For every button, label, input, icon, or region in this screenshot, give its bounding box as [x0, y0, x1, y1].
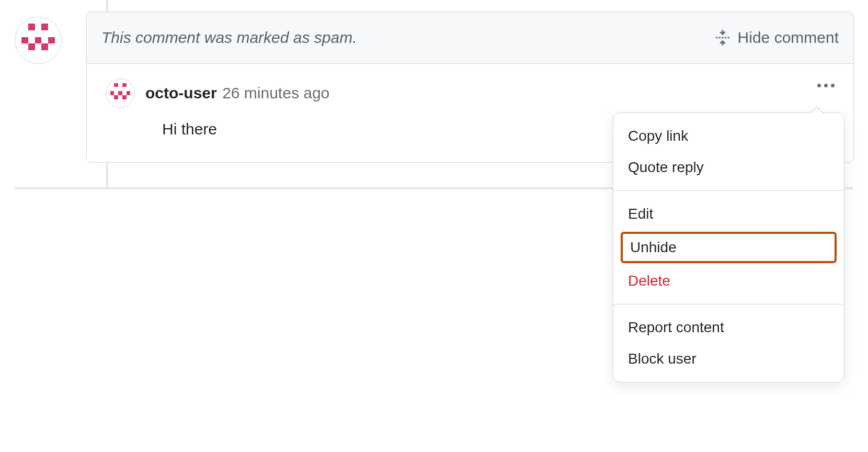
hide-comment-label: Hide comment — [738, 29, 839, 47]
kebab-icon — [817, 84, 821, 87]
kebab-icon — [824, 84, 828, 87]
comment-timestamp[interactable]: 26 minutes ago — [222, 84, 329, 101]
menu-item-copy-link[interactable]: Copy link — [613, 120, 844, 152]
comment-author-link[interactable]: octo-user — [145, 84, 217, 101]
menu-item-edit[interactable]: Edit — [613, 198, 844, 230]
identicon-icon — [106, 79, 134, 107]
comment-actions-menu: Copy link Quote reply Edit Unhide Delete… — [613, 112, 844, 382]
hide-comment-button[interactable]: Hide comment — [715, 29, 839, 47]
commenter-avatar-small[interactable] — [106, 78, 135, 108]
comment-actions-kebab-button[interactable] — [817, 84, 835, 87]
commenter-avatar-large[interactable] — [15, 17, 62, 64]
menu-item-report-content[interactable]: Report content — [613, 312, 844, 343]
comment-header: octo-user 26 minutes ago — [106, 78, 835, 108]
menu-item-delete[interactable]: Delete — [613, 265, 844, 297]
fold-icon — [715, 30, 730, 46]
menu-item-quote-reply[interactable]: Quote reply — [613, 152, 844, 183]
menu-item-block-user[interactable]: Block user — [613, 343, 844, 375]
identicon-icon — [15, 17, 61, 63]
spam-status-text: This comment was marked as spam. — [101, 29, 357, 47]
dropdown-caret-icon — [809, 106, 824, 114]
menu-item-unhide[interactable]: Unhide — [621, 232, 837, 263]
kebab-icon — [831, 84, 835, 87]
spam-status-banner: This comment was marked as spam. Hide co… — [86, 12, 854, 64]
